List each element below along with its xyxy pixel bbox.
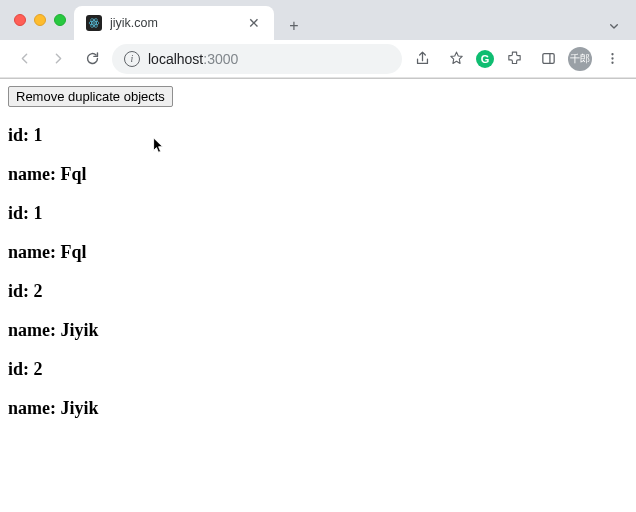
svg-point-6 bbox=[611, 53, 613, 55]
extension-grammarly-icon[interactable]: G bbox=[476, 50, 494, 68]
svg-point-7 bbox=[611, 57, 613, 59]
entry-id: id: 2 bbox=[8, 359, 628, 380]
url-port: :3000 bbox=[203, 51, 238, 67]
entry-id: id: 1 bbox=[8, 203, 628, 224]
reload-button[interactable] bbox=[78, 45, 106, 73]
list-item: id: 2 name: Jiyik bbox=[8, 359, 628, 419]
entry-name: name: Fql bbox=[8, 242, 628, 263]
forward-button[interactable] bbox=[44, 45, 72, 73]
tab-close-button[interactable]: ✕ bbox=[246, 14, 262, 32]
svg-point-3 bbox=[93, 22, 95, 24]
entry-id: id: 2 bbox=[8, 281, 628, 302]
kebab-menu-button[interactable] bbox=[598, 45, 626, 73]
entry-name: name: Fql bbox=[8, 164, 628, 185]
entries-list: id: 1 name: Fql id: 1 name: Fql id: 2 na… bbox=[8, 125, 628, 419]
back-button[interactable] bbox=[10, 45, 38, 73]
entry-id: id: 1 bbox=[8, 125, 628, 146]
window-controls bbox=[8, 0, 74, 40]
browser-tab[interactable]: jiyik.com ✕ bbox=[74, 6, 274, 40]
browser-chrome: jiyik.com ✕ + i localhost:3000 G bbox=[0, 0, 636, 79]
extensions-button[interactable] bbox=[500, 45, 528, 73]
svg-rect-4 bbox=[542, 54, 553, 64]
address-bar[interactable]: i localhost:3000 bbox=[112, 44, 402, 74]
profile-avatar[interactable]: 千郎 bbox=[568, 47, 592, 71]
url-host: localhost bbox=[148, 51, 203, 67]
tab-strip: jiyik.com ✕ + bbox=[0, 0, 636, 40]
toolbar: i localhost:3000 G 千郎 bbox=[0, 40, 636, 78]
share-button[interactable] bbox=[408, 45, 436, 73]
list-item: id: 1 name: Fql bbox=[8, 203, 628, 263]
entry-name: name: Jiyik bbox=[8, 398, 628, 419]
svg-point-8 bbox=[611, 62, 613, 64]
remove-duplicates-button[interactable]: Remove duplicate objects bbox=[8, 86, 173, 107]
bookmark-button[interactable] bbox=[442, 45, 470, 73]
list-item: id: 2 name: Jiyik bbox=[8, 281, 628, 341]
entry-name: name: Jiyik bbox=[8, 320, 628, 341]
close-window-button[interactable] bbox=[14, 14, 26, 26]
react-favicon-icon bbox=[86, 15, 102, 31]
minimize-window-button[interactable] bbox=[34, 14, 46, 26]
side-panel-button[interactable] bbox=[534, 45, 562, 73]
maximize-window-button[interactable] bbox=[54, 14, 66, 26]
site-info-icon[interactable]: i bbox=[124, 51, 140, 67]
tab-title: jiyik.com bbox=[110, 16, 238, 30]
list-item: id: 1 name: Fql bbox=[8, 125, 628, 185]
tabs-dropdown-button[interactable] bbox=[600, 12, 628, 40]
new-tab-button[interactable]: + bbox=[280, 12, 308, 40]
page-content: Remove duplicate objects id: 1 name: Fql… bbox=[0, 79, 636, 441]
